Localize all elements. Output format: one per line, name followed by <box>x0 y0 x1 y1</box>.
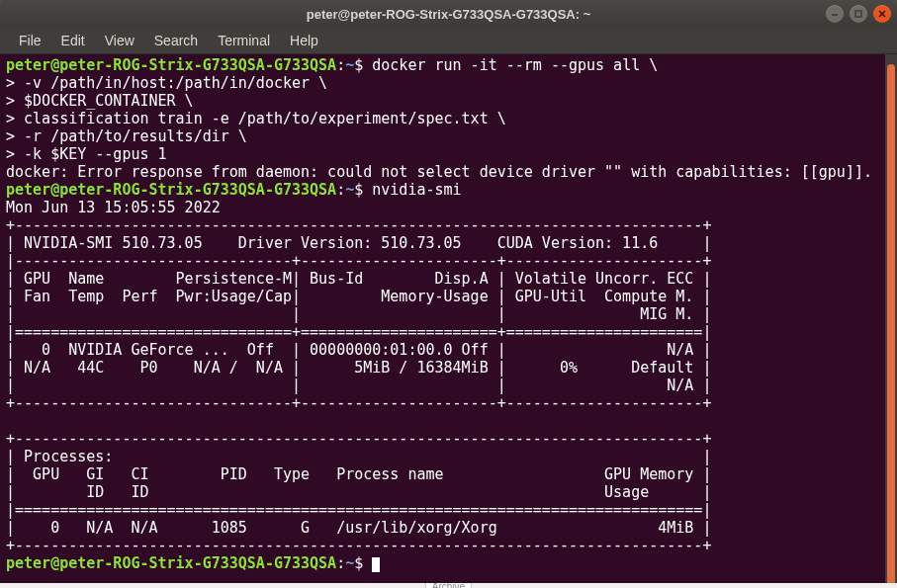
smi-line: +-------------------------------+-------… <box>6 394 711 412</box>
smi-line: | ID ID Usage | <box>6 483 711 501</box>
prompt-sep: : <box>336 56 345 74</box>
smi-line: |===============================+=======… <box>6 323 711 341</box>
cmd-line: nvidia-smi <box>363 181 461 199</box>
smi-line: | 0 NVIDIA GeForce ... Off | 00000000:01… <box>6 341 711 359</box>
scrollbar-thumb[interactable] <box>887 64 895 583</box>
prompt-path: ~ <box>345 56 354 74</box>
window-controls <box>826 5 891 23</box>
prompt-dollar: $ <box>354 554 363 572</box>
prompt-host: peter@peter-ROG-Strix-G733QSA-G733QSA <box>6 554 336 572</box>
maximize-icon <box>853 9 863 19</box>
menu-view[interactable]: View <box>96 30 143 51</box>
smi-line: | | | N/A | <box>6 377 711 394</box>
cmd-line: > -k $KEY --gpus 1 <box>6 145 167 163</box>
cmd-line: > classification train -e /path/to/exper… <box>6 110 506 127</box>
smi-line: | N/A 44C P0 N/A / N/A | 5MiB / 16384MiB… <box>6 359 711 377</box>
smi-line: | Fan Temp Perf Pwr:Usage/Cap| Memory-Us… <box>6 288 711 305</box>
menubar: File Edit View Search Terminal Help <box>0 28 897 54</box>
svg-rect-1 <box>855 11 861 17</box>
maximize-button[interactable] <box>850 5 867 23</box>
prompt-sep: : <box>336 181 345 199</box>
smi-line: | | | MIG M. | <box>6 305 711 323</box>
titlebar: peter@peter-ROG-Strix-G733QSA-G733QSA: ~ <box>0 0 897 28</box>
smi-line: | GPU GI CI PID Type Process name GPU Me… <box>6 465 711 483</box>
window-title: peter@peter-ROG-Strix-G733QSA-G733QSA: ~ <box>0 7 897 22</box>
prompt-host: peter@peter-ROG-Strix-G733QSA-G733QSA <box>6 181 336 199</box>
prompt-sep: : <box>336 554 345 572</box>
error-line: docker: Error response from daemon: coul… <box>6 163 872 181</box>
terminal-wrap: peter@peter-ROG-Strix-G733QSA-G733QSA:~$… <box>0 54 897 583</box>
minimize-icon <box>830 9 840 19</box>
close-button[interactable] <box>873 5 891 23</box>
cmd-line: > $DOCKER_CONTAINER \ <box>6 92 194 110</box>
prompt-dollar: $ <box>354 56 363 74</box>
smi-line: |-------------------------------+-------… <box>6 252 711 270</box>
smi-line: | NVIDIA-SMI 510.73.05 Driver Version: 5… <box>6 234 711 252</box>
prompt-path: ~ <box>345 181 354 199</box>
cursor <box>372 557 380 572</box>
prompt-dollar: $ <box>354 181 363 199</box>
cmd-line: docker run -it --rm --gpus all \ <box>363 56 658 74</box>
cmd-line: > -r /path/to/results/dir \ <box>6 127 247 145</box>
menu-search[interactable]: Search <box>145 30 207 51</box>
smi-line: +---------------------------------------… <box>6 537 711 554</box>
smi-line: Mon Jun 13 15:05:55 2022 <box>6 199 283 216</box>
cmd-line: > -v /path/in/host:/path/in/docker \ <box>6 74 327 92</box>
menu-edit[interactable]: Edit <box>52 30 94 51</box>
smi-line <box>6 412 711 430</box>
smi-line: +---------------------------------------… <box>6 430 711 448</box>
prompt-host: peter@peter-ROG-Strix-G733QSA-G733QSA <box>6 56 336 74</box>
smi-line: +---------------------------------------… <box>6 216 711 234</box>
close-icon <box>877 9 887 19</box>
smi-line: |=======================================… <box>6 501 711 519</box>
smi-line: | 0 N/A N/A 1085 G /usr/lib/xorg/Xorg 4M… <box>6 519 711 537</box>
footer-tab: Archive <box>425 583 472 588</box>
menu-file[interactable]: File <box>10 30 50 51</box>
footer-strip: Archive <box>0 583 897 588</box>
minimize-button[interactable] <box>826 5 844 23</box>
terminal[interactable]: peter@peter-ROG-Strix-G733QSA-G733QSA:~$… <box>0 54 885 583</box>
menu-terminal[interactable]: Terminal <box>209 30 279 51</box>
smi-line: | GPU Name Persistence-M| Bus-Id Disp.A … <box>6 270 711 288</box>
prompt-path: ~ <box>345 554 354 572</box>
smi-line: | Processes: | <box>6 448 711 465</box>
menu-help[interactable]: Help <box>281 30 327 51</box>
scrollbar[interactable] <box>885 54 897 583</box>
